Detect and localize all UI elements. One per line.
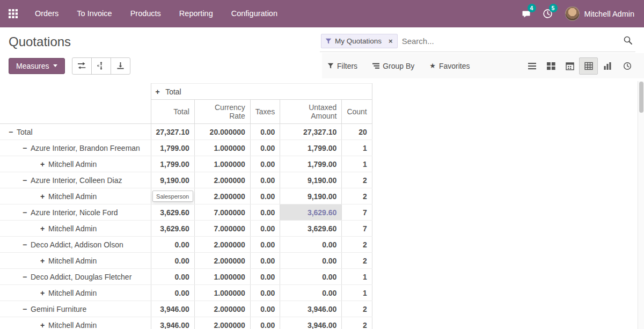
expand-icon[interactable]: + xyxy=(156,87,164,96)
pivot-cell[interactable]: 1 xyxy=(342,269,372,285)
pivot-row-header[interactable]: +Mitchell Admin xyxy=(0,188,151,204)
expand-icon[interactable]: + xyxy=(40,321,48,329)
expand-icon[interactable]: + xyxy=(40,257,48,265)
apps-menu-icon[interactable] xyxy=(0,0,26,27)
pivot-cell[interactable]: 2 xyxy=(342,237,372,253)
pivot-cell[interactable]: 0.00 xyxy=(280,285,342,301)
pivot-cell[interactable]: 0.00 xyxy=(250,301,280,317)
pivot-cell[interactable]: 1 xyxy=(342,140,372,156)
pivot-cell[interactable]: 7.000000 xyxy=(194,204,250,221)
pivot-measure-header[interactable]: Count xyxy=(342,100,372,124)
pivot-cell[interactable]: 0.00 xyxy=(280,269,342,285)
pivot-row-header[interactable]: −Deco Addict, Douglas Fletcher xyxy=(0,269,151,285)
pivot-cell[interactable]: 3,946.00 xyxy=(151,317,194,329)
pivot-cell[interactable]: 27,327.10 xyxy=(280,124,342,140)
pivot-cell[interactable]: 0.00 xyxy=(250,253,280,269)
flip-axis-button[interactable] xyxy=(72,57,92,75)
pivot-cell[interactable]: 0.00 xyxy=(151,237,194,253)
pivot-cell[interactable]: 0.00 xyxy=(250,140,280,156)
pivot-cell[interactable]: 3,629.60 xyxy=(151,221,194,237)
collapse-icon[interactable]: − xyxy=(23,240,31,249)
pivot-cell[interactable]: 2.000000 xyxy=(194,188,250,204)
pivot-row-header[interactable]: −Azure Interior, Brandon Freeman xyxy=(0,140,151,156)
pivot-cell[interactable]: 7 xyxy=(342,204,372,221)
pivot-cell[interactable]: 3,629.60 xyxy=(280,221,342,237)
pivot-cell[interactable]: 0.00 xyxy=(151,269,194,285)
measures-button[interactable]: Measures xyxy=(9,58,65,74)
pivot-cell[interactable]: 2 xyxy=(342,188,372,204)
pivot-cell[interactable]: 0.00 xyxy=(250,237,280,253)
user-menu[interactable]: Mitchell Admin xyxy=(559,6,644,21)
pivot-row-header[interactable]: +Mitchell Admin xyxy=(0,253,151,269)
expand-icon[interactable]: + xyxy=(40,192,48,201)
pivot-cell[interactable]: 2.000000 xyxy=(194,237,250,253)
kanban-view-button[interactable] xyxy=(541,57,560,75)
list-view-button[interactable] xyxy=(523,57,541,75)
pivot-row-header[interactable]: −Total xyxy=(0,124,151,140)
pivot-row-header[interactable]: −Azure Interior, Nicole Ford xyxy=(0,204,151,221)
pivot-cell[interactable]: 0.00 xyxy=(151,285,194,301)
pivot-cell[interactable]: 3,946.00 xyxy=(280,317,342,329)
pivot-cell[interactable]: 2 xyxy=(342,301,372,317)
scrollbar-thumb[interactable] xyxy=(639,82,643,113)
activities-button[interactable]: 5 xyxy=(537,0,559,27)
pivot-row-header[interactable]: −Deco Addict, Addison Olson xyxy=(0,237,151,253)
pivot-cell[interactable]: 2 xyxy=(342,172,372,188)
pivot-row-header[interactable]: +Mitchell Admin xyxy=(0,317,151,329)
pivot-row-header[interactable]: −Azure Interior, Colleen Diaz xyxy=(0,172,151,188)
messages-button[interactable]: 4 xyxy=(516,0,537,27)
filters-button[interactable]: Filters xyxy=(327,62,357,70)
pivot-cell[interactable]: 7 xyxy=(342,221,372,237)
nav-item-orders[interactable]: Orders xyxy=(26,0,68,27)
pivot-cell[interactable]: 0.00 xyxy=(250,221,280,237)
pivot-cell[interactable]: 1 xyxy=(342,156,372,172)
pivot-cell[interactable]: 2.000000 xyxy=(194,301,250,317)
pivot-cell[interactable]: 2 xyxy=(342,253,372,269)
pivot-cell[interactable]: 1.000000 xyxy=(194,140,250,156)
search-input[interactable] xyxy=(398,36,621,46)
pivot-measure-header[interactable]: Untaxed Amount xyxy=(280,100,342,124)
pivot-cell[interactable]: 1.000000 xyxy=(194,269,250,285)
nav-item-to-invoice[interactable]: To Invoice xyxy=(68,0,121,27)
nav-item-products[interactable]: Products xyxy=(121,0,170,27)
graph-view-button[interactable] xyxy=(598,57,617,75)
pivot-cell[interactable]: 3,946.00 xyxy=(280,301,342,317)
pivot-cell[interactable]: 0.00 xyxy=(250,124,280,140)
pivot-cell[interactable]: 1.000000 xyxy=(194,285,250,301)
pivot-cell[interactable]: 0.00 xyxy=(250,204,280,221)
search-icon[interactable] xyxy=(621,36,634,47)
collapse-icon[interactable]: − xyxy=(23,305,31,313)
collapse-icon[interactable]: − xyxy=(23,208,31,217)
activity-view-button[interactable] xyxy=(618,57,636,75)
search-bar[interactable]: My Quotations × xyxy=(320,33,635,52)
pivot-cell[interactable]: 1,799.00 xyxy=(151,156,194,172)
pivot-cell[interactable]: 0.00 xyxy=(250,285,280,301)
expand-icon[interactable]: + xyxy=(40,160,48,169)
facet-remove-icon[interactable]: × xyxy=(385,37,396,45)
pivot-row-header[interactable]: +Mitchell Admin xyxy=(0,285,151,301)
pivot-cell[interactable]: 1,799.00 xyxy=(280,140,342,156)
pivot-cell[interactable]: 0.00 xyxy=(280,253,342,269)
pivot-cell[interactable]: 9,190.00 xyxy=(280,188,342,204)
collapse-icon[interactable]: − xyxy=(9,128,17,136)
pivot-measure-header[interactable]: Taxes xyxy=(250,100,280,124)
pivot-cell[interactable]: 9,190.00 xyxy=(280,172,342,188)
pivot-view-button[interactable] xyxy=(579,57,598,75)
download-button[interactable] xyxy=(111,57,130,75)
nav-item-configuration[interactable]: Configuration xyxy=(222,0,287,27)
pivot-cell[interactable]: 2 xyxy=(342,317,372,329)
pivot-cell[interactable]: Salesperson xyxy=(151,188,194,204)
pivot-cell[interactable]: 7.000000 xyxy=(194,221,250,237)
pivot-cell[interactable]: 0.00 xyxy=(250,317,280,329)
pivot-cell[interactable]: 0.00 xyxy=(250,188,280,204)
expand-icon[interactable]: + xyxy=(40,289,48,297)
nav-item-reporting[interactable]: Reporting xyxy=(170,0,222,27)
pivot-row-header[interactable]: +Mitchell Admin xyxy=(0,156,151,172)
collapse-icon[interactable]: − xyxy=(23,176,31,185)
pivot-cell[interactable]: 27,327.10 xyxy=(151,124,194,140)
pivot-cell[interactable]: 0.00 xyxy=(250,172,280,188)
pivot-cell[interactable]: 1 xyxy=(342,285,372,301)
pivot-cell[interactable]: 1,799.00 xyxy=(280,156,342,172)
pivot-cell[interactable]: 0.00 xyxy=(280,237,342,253)
expand-all-button[interactable] xyxy=(91,57,111,75)
